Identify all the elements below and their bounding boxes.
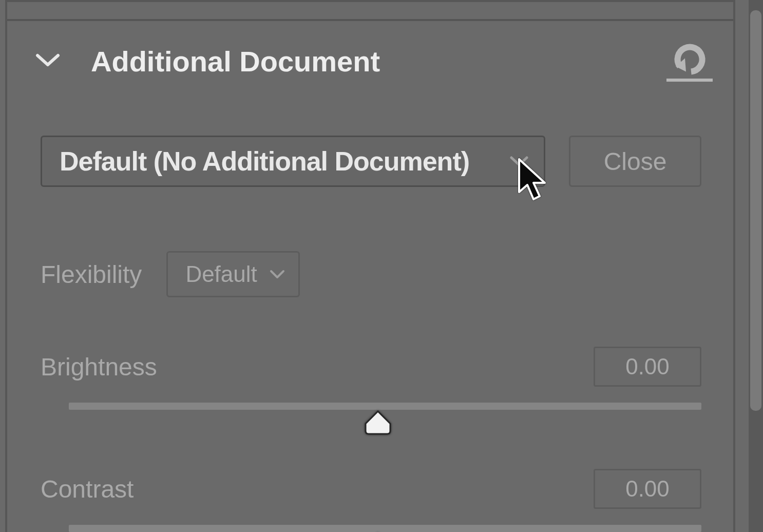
select-value: Default (No Additional Document)	[60, 146, 469, 177]
additional-document-select[interactable]: Default (No Additional Document)	[41, 136, 545, 187]
slider-thumb[interactable]	[363, 409, 393, 435]
reset-underline	[666, 79, 713, 82]
vertical-scrollbar[interactable]	[749, 0, 763, 532]
section-header: Additional Document	[35, 33, 713, 89]
panel-top-border	[7, 19, 733, 21]
close-button[interactable]: Close	[569, 136, 701, 187]
flexibility-label: Flexibility	[41, 260, 142, 289]
brightness-value-input[interactable]: 0.00	[594, 347, 701, 387]
flexibility-row: Flexibility Default	[41, 251, 300, 297]
brightness-slider[interactable]	[41, 403, 701, 428]
chevron-down-icon	[270, 269, 285, 279]
close-button-label: Close	[604, 147, 667, 176]
chevron-down-icon	[510, 152, 528, 170]
additional-document-panel: Additional Document Default (No Addition…	[5, 0, 735, 532]
flexibility-value: Default	[185, 261, 257, 287]
reset-button[interactable]	[666, 41, 713, 82]
contrast-row: Contrast 0.00	[41, 468, 701, 532]
contrast-slider[interactable]	[41, 525, 701, 532]
collapse-toggle[interactable]	[35, 49, 60, 73]
brightness-label: Brightness	[41, 353, 157, 381]
brightness-value: 0.00	[625, 354, 670, 379]
scrollbar-thumb[interactable]	[750, 10, 761, 411]
slider-track	[69, 525, 701, 532]
document-row: Default (No Additional Document) Close	[41, 136, 701, 187]
contrast-value-input[interactable]: 0.00	[594, 469, 701, 509]
contrast-value: 0.00	[625, 476, 670, 502]
flexibility-select[interactable]: Default	[166, 251, 299, 297]
contrast-label: Contrast	[41, 475, 133, 503]
undo-icon	[666, 41, 713, 79]
brightness-row: Brightness 0.00	[41, 346, 701, 428]
section-title: Additional Document	[91, 45, 380, 78]
slider-track	[69, 403, 701, 410]
chevron-down-icon	[35, 52, 60, 70]
